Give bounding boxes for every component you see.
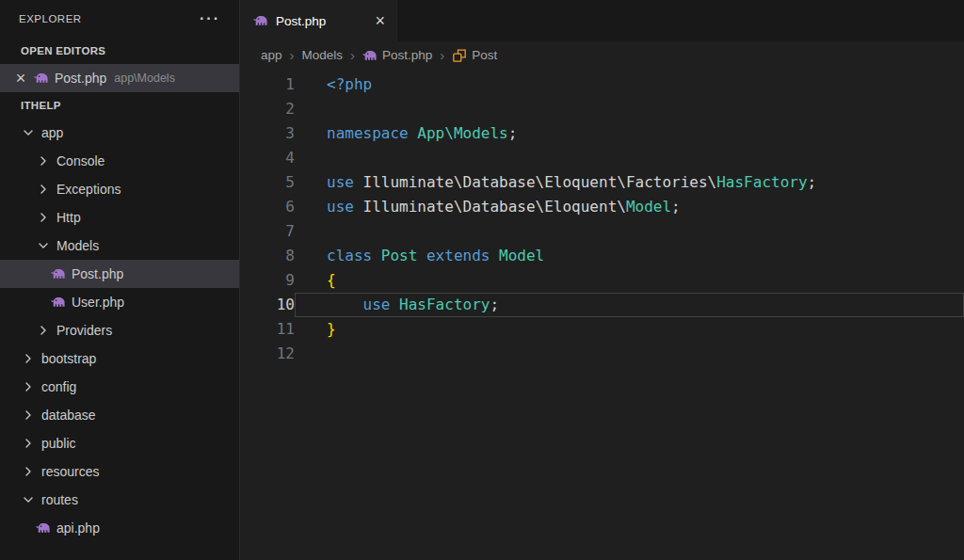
code-token: use xyxy=(327,173,354,191)
code-token: HasFactory xyxy=(399,296,490,313)
code-line-content: use Illuminate\Database\Eloquent\Factori… xyxy=(295,170,964,195)
code-line-6[interactable]: 6use Illuminate\Database\Eloquent\Model; xyxy=(240,195,964,219)
code-token: Illuminate\Database\Eloquent\ xyxy=(354,198,626,216)
close-icon[interactable]: × xyxy=(13,70,28,87)
code-token xyxy=(417,247,426,264)
tree-folder-app[interactable]: app xyxy=(0,119,239,147)
tree-folder-exceptions[interactable]: Exceptions xyxy=(0,175,239,203)
chevron-down-icon xyxy=(4,98,19,113)
code-token: extends xyxy=(426,247,490,264)
tree-folder-resources[interactable]: resources xyxy=(0,457,239,486)
breadcrumb-item-label: Post xyxy=(472,48,497,62)
open-editors-label: OPEN EDITORS xyxy=(21,45,105,56)
tree-item-label: User.php xyxy=(72,295,124,310)
code-token: <?php xyxy=(327,75,372,93)
breadcrumb-item-post-php[interactable]: Post.php xyxy=(362,48,432,63)
code-token xyxy=(327,296,363,313)
code-token: Model xyxy=(499,247,544,264)
line-number: 2 xyxy=(240,97,295,121)
tree-item-label: resources xyxy=(41,464,99,479)
close-icon[interactable]: × xyxy=(375,12,385,29)
code-line-content: class Post extends Model xyxy=(295,244,964,268)
chevron-right-icon xyxy=(21,408,36,423)
code-token: Model xyxy=(626,198,671,216)
code-editor[interactable]: 1<?php23namespace App\Models;45use Illum… xyxy=(240,69,964,560)
open-editors-list: ×Post.phpapp\Models xyxy=(0,64,239,92)
code-line-11[interactable]: 11} xyxy=(240,317,964,342)
tree-item-label: Providers xyxy=(56,323,112,338)
code-line-8[interactable]: 8class Post extends Model xyxy=(240,244,964,268)
breadcrumb-item-app[interactable]: app xyxy=(261,48,282,62)
tree-folder-console[interactable]: Console xyxy=(0,147,239,175)
tree-item-label: Post.php xyxy=(72,266,123,281)
line-number: 4 xyxy=(240,146,295,170)
breadcrumb-separator-icon: › xyxy=(290,47,295,63)
tree-folder-database[interactable]: database xyxy=(0,401,239,429)
tree-folder-routes[interactable]: routes xyxy=(0,486,239,514)
tree-file-user-php[interactable]: User.php xyxy=(0,288,239,316)
chevron-right-icon xyxy=(36,153,51,168)
project-label: ITHELP xyxy=(21,100,61,111)
code-line-content: namespace App\Models; xyxy=(295,121,964,146)
chevron-down-icon xyxy=(21,492,36,507)
code-line-10[interactable]: 10 use HasFactory; xyxy=(240,293,964,317)
tree-folder-bootstrap[interactable]: bootstrap xyxy=(0,344,239,373)
tree-folder-providers[interactable]: Providers xyxy=(0,316,239,344)
chevron-down-icon xyxy=(21,125,36,140)
code-line-1[interactable]: 1<?php xyxy=(240,72,964,97)
tree-folder-models[interactable]: Models xyxy=(0,232,239,260)
tree-folder-config[interactable]: config xyxy=(0,373,239,401)
tab-post-php[interactable]: Post.php × xyxy=(240,0,397,41)
php-icon xyxy=(362,48,378,63)
open-editor-item-post-php[interactable]: ×Post.phpapp\Models xyxy=(0,64,239,92)
line-number: 10 xyxy=(240,293,295,317)
code-line-2[interactable]: 2 xyxy=(240,97,964,121)
chevron-right-icon xyxy=(36,323,51,338)
project-section-header[interactable]: ITHELP xyxy=(0,92,239,119)
code-token xyxy=(390,296,399,313)
code-line-5[interactable]: 5use Illuminate\Database\Eloquent\Factor… xyxy=(240,170,964,195)
tree-file-api-php[interactable]: api.php xyxy=(0,514,239,542)
tree-item-label: Http xyxy=(56,210,81,225)
chevron-right-icon xyxy=(21,436,36,451)
code-token: ; xyxy=(508,124,518,142)
tree-folder-http[interactable]: Http xyxy=(0,203,239,232)
line-number: 9 xyxy=(240,268,295,293)
code-line-3[interactable]: 3namespace App\Models; xyxy=(240,121,964,146)
line-number: 7 xyxy=(240,219,295,244)
explorer-sidebar: EXPLORER ··· OPEN EDITORS ×Post.phpapp\M… xyxy=(0,0,240,560)
code-line-7[interactable]: 7 xyxy=(240,219,964,244)
code-line-content: { xyxy=(295,268,964,293)
tree-item-label: app xyxy=(41,125,63,140)
more-actions-icon[interactable]: ··· xyxy=(200,11,220,26)
open-editors-section-header[interactable]: OPEN EDITORS xyxy=(0,38,239,64)
line-number: 5 xyxy=(240,170,295,195)
code-token: ; xyxy=(490,296,499,313)
code-token xyxy=(409,124,418,142)
code-line-12[interactable]: 12 xyxy=(240,342,964,366)
breadcrumb-item-models[interactable]: Models xyxy=(302,48,344,62)
file-tree: appConsoleExceptionsHttpModelsPost.phpUs… xyxy=(0,119,239,560)
php-file-icon xyxy=(51,295,66,310)
code-token: namespace xyxy=(327,124,409,142)
line-number: 3 xyxy=(240,121,295,146)
tree-folder-public[interactable]: public xyxy=(0,429,239,457)
code-line-content xyxy=(295,342,964,366)
tab-label: Post.php xyxy=(276,14,367,28)
tree-item-label: database xyxy=(41,408,96,423)
breadcrumb-item-label: Post.php xyxy=(382,48,432,62)
code-line-4[interactable]: 4 xyxy=(240,146,964,170)
breadcrumb-item-post[interactable]: Post xyxy=(452,48,497,63)
chevron-right-icon xyxy=(36,210,51,225)
code-token: Illuminate\Database\Eloquent\Factories\ xyxy=(354,173,716,191)
tree-file-post-php[interactable]: Post.php xyxy=(0,260,239,288)
tree-item-label: Exceptions xyxy=(56,182,120,197)
tree-item-label: config xyxy=(41,379,76,394)
code-token: } xyxy=(327,320,336,338)
code-token: ; xyxy=(808,173,817,191)
tree-item-label: bootstrap xyxy=(41,351,96,366)
open-editor-file-name: Post.php xyxy=(55,71,106,86)
php-file-icon xyxy=(34,71,49,86)
code-line-9[interactable]: 9{ xyxy=(240,268,964,293)
code-token: { xyxy=(327,271,336,289)
